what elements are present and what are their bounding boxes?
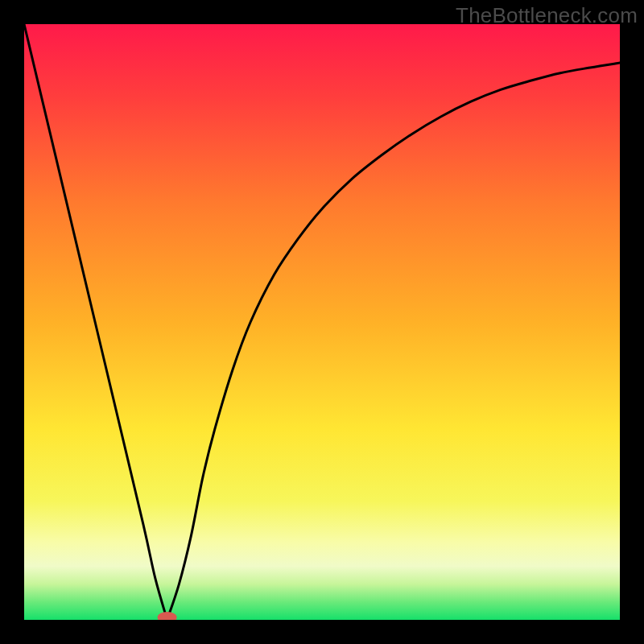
plot-area [24,24,620,620]
chart-frame: TheBottleneck.com [0,0,644,644]
gradient-background [24,24,620,620]
chart-svg [24,24,620,620]
watermark-text: TheBottleneck.com [456,3,638,28]
